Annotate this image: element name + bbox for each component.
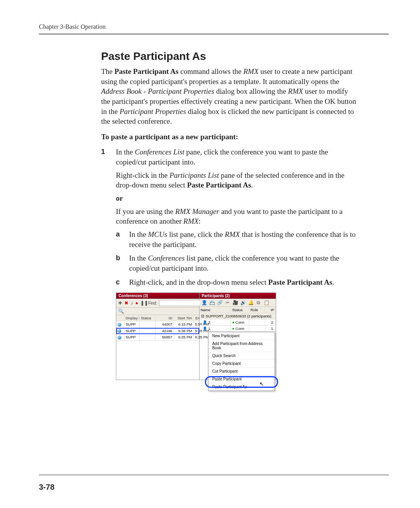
- conference-icon: [117, 336, 121, 340]
- pause-icon[interactable]: ❚❚: [140, 300, 146, 306]
- bell-icon[interactable]: 🔔: [248, 300, 254, 305]
- conference-row[interactable]: SUPP568575:25 PM6:25 PM: [116, 334, 199, 340]
- top-rule: [39, 33, 389, 35]
- participants-columns: Name Status Role IP: [200, 307, 276, 313]
- search-icon[interactable]: 🔍: [118, 308, 124, 314]
- procedure-lead: To paste a participant as a new particip…: [101, 132, 358, 142]
- ctx-paste-participant-as[interactable]: Paste Participant As: [208, 383, 275, 391]
- participants-rows: 👤 2● Conn2. 👤 1● Conn1.: [200, 319, 276, 332]
- conferences-toolbar: ✚ ✖ ♪ ● ❚❚ Find:: [116, 299, 199, 308]
- cursor-icon: ↖: [259, 381, 264, 387]
- step-1-cont-2: If you are using the RMX Manager and you…: [116, 207, 358, 226]
- audio-icon[interactable]: 🔊: [240, 300, 246, 305]
- paste-icon[interactable]: 📋: [264, 300, 269, 305]
- ctx-quick-search[interactable]: Quick Search: [208, 352, 275, 359]
- collapse-icon[interactable]: ⊟: [201, 314, 204, 318]
- bottom-rule: [39, 475, 389, 475]
- running-header: Chapter 3-Basic Operation: [39, 23, 389, 30]
- context-menu[interactable]: New ParticipantAdd Participant from Addr…: [208, 332, 275, 391]
- conferences-rows: SUPP440076:15 PM5:55 PMSUPP421965:38 PM5…: [116, 321, 199, 380]
- addressbook-icon[interactable]: 📇: [209, 300, 215, 305]
- disconnect-icon[interactable]: ✂: [225, 300, 230, 305]
- step-or: or: [116, 193, 358, 203]
- participants-group[interactable]: ⊟ SUPPORT_2100650633 (2 participants): [200, 313, 276, 319]
- conferences-title: Conferences (3): [116, 293, 199, 299]
- new-conference-icon[interactable]: ✚: [118, 300, 122, 306]
- substep-a: a In the MCUs list pane, click the RMX t…: [116, 229, 358, 249]
- conferences-pane: Conferences (3) ✚ ✖ ♪ ● ❚❚ Find: 🔍: [116, 293, 200, 380]
- participants-title: Participants (2): [200, 293, 276, 299]
- conference-row[interactable]: SUPP421965:38 PM5:58 PM: [116, 328, 199, 334]
- ctx-cut-participant[interactable]: Cut Participant: [208, 367, 275, 375]
- delete-icon[interactable]: ✖: [124, 300, 128, 306]
- ctx-paste-participant[interactable]: Paste Participant: [208, 375, 275, 383]
- ctx-add-participant-from-address-book[interactable]: Add Participant from Address Book: [208, 340, 275, 352]
- step-1-cont-1: Right-click in the Participants List pan…: [116, 170, 358, 190]
- search-subbar: 🔍: [116, 308, 199, 315]
- conference-icon: [117, 323, 121, 327]
- ctx-copy-participant[interactable]: Copy Participant: [208, 359, 275, 367]
- participants-pane: Participants (2) 👤 📇 🔗 ✂ 🎥 🔊 🔔 ⧉ 📋 Name: [200, 293, 276, 380]
- conferences-columns: Display N Status ID Start Tim End Tim: [116, 315, 199, 321]
- conference-icon: [117, 329, 121, 333]
- copy-icon[interactable]: ⧉: [256, 300, 261, 305]
- intro-paragraph: The Paste Participant As command allows …: [101, 67, 358, 126]
- add-participant-icon[interactable]: 👤: [201, 300, 207, 305]
- step-1: 1 In the Conferences List pane, click th…: [101, 147, 358, 167]
- connect-icon[interactable]: 🔗: [217, 300, 222, 305]
- screenshot-figure: Conferences (3) ✚ ✖ ♪ ● ❚❚ Find: 🔍: [116, 293, 276, 380]
- section-title: Paste Participant As: [101, 50, 358, 63]
- substep-c: c Right-click, and in the drop-down menu…: [116, 277, 358, 287]
- page-number: 3-78: [39, 483, 54, 492]
- participant-row[interactable]: 👤 1● Conn1.: [200, 326, 276, 332]
- ctx-new-participant[interactable]: New Participant: [208, 332, 275, 340]
- conference-row[interactable]: SUPP440076:15 PM5:55 PM: [116, 321, 199, 328]
- participant-row[interactable]: 👤 2● Conn2.: [200, 319, 276, 326]
- mute-icon[interactable]: ♪: [131, 300, 133, 306]
- find-label: Find:: [148, 301, 157, 305]
- participants-toolbar: 👤 📇 🔗 ✂ 🎥 🔊 🔔 ⧉ 📋: [200, 299, 276, 307]
- substep-b: b In the Conferences list pane, click th…: [116, 253, 358, 273]
- record-icon[interactable]: ●: [135, 300, 138, 306]
- camera-icon[interactable]: 🎥: [233, 300, 238, 305]
